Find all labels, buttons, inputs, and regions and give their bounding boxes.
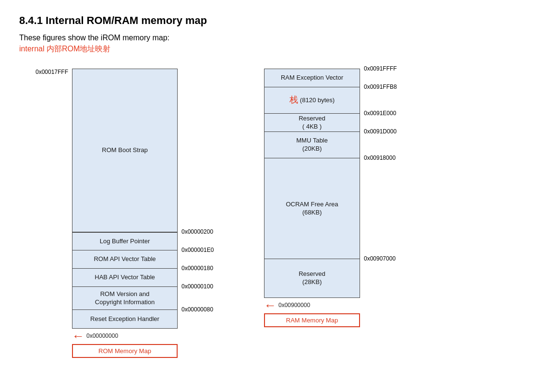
ram-addr-918000: 0x00918000: [364, 154, 396, 161]
rom-right-addr-col: 0x00000200 0x000001E0 0x00000180 0x00000…: [178, 69, 235, 328]
ram-block-exception-vector: RAM Exception Vector: [264, 69, 360, 87]
stack-cn-char: 栈: [289, 95, 298, 106]
rom-bottom-addr: 0x00000000: [86, 333, 118, 339]
rom-addr-180: 0x00000180: [181, 265, 213, 272]
ram-outer-box: RAM Exception Vector 栈 (8120 bytes) Rese…: [264, 69, 360, 298]
rom-addr-100: 0x00000100: [181, 283, 213, 290]
rom-map-label: ROM Memory Map: [72, 344, 178, 358]
rom-block-hab-api: HAB API Vector Table: [72, 269, 177, 287]
ram-arrow-icon: ←: [264, 299, 277, 311]
rom-block-column: ROM Boot Strap Log Buffer Pointer ROM AP…: [72, 69, 178, 358]
rom-block-api-vector: ROM API Vector Table: [72, 250, 177, 269]
rom-block-log-buffer: Log Buffer Pointer: [72, 232, 177, 250]
ram-addr-91ffff: 0x0091FFFF: [364, 65, 397, 72]
ram-bottom-row: ← 0x00900000: [264, 299, 360, 311]
ram-addr-91ffb8: 0x0091FFB8: [364, 83, 397, 90]
ram-block-mmu-table: MMU Table(20KB): [264, 132, 360, 158]
rom-block-version: ROM Version andCopyright Information: [72, 287, 177, 310]
ram-addr-91d000: 0x0091D000: [364, 128, 397, 135]
ram-block-stack: 栈 (8120 bytes): [264, 87, 360, 114]
subtitle: These figures show the iROM memory map:: [19, 34, 522, 42]
ram-block-column: RAM Exception Vector 栈 (8120 bytes) Rese…: [264, 69, 360, 327]
rom-arrow-icon: ←: [72, 330, 84, 342]
rom-outer-box: ROM Boot Strap Log Buffer Pointer ROM AP…: [72, 69, 178, 329]
rom-bottom-row: ← 0x00000000: [72, 330, 178, 342]
rom-addr-top: 0x00017FFF: [36, 69, 68, 75]
rom-addr-1e0: 0x000001E0: [181, 247, 214, 253]
rom-addr-200: 0x00000200: [181, 228, 213, 235]
ram-block-reserved-4kb: Reserved( 4KB ): [264, 114, 360, 132]
ram-block-ocram-free: OCRAM Free Area(68KB): [264, 158, 360, 259]
stack-label: (8120 bytes): [300, 96, 335, 105]
ram-bottom-addr: 0x00900000: [278, 302, 310, 309]
diagrams-container: 0x00017FFF ROM Boot Strap Log Buffer Poi…: [19, 69, 522, 358]
ram-map-label: RAM Memory Map: [264, 313, 360, 327]
rom-block-reset-handler: Reset Exception Handler: [72, 310, 177, 328]
ram-addr-907000: 0x00907000: [364, 255, 396, 262]
ram-block-reserved-28kb: Reserved(28KB): [264, 259, 360, 297]
ram-right-addr-col: 0x0091FFFF 0x0091FFB8 0x0091E000 0x0091D…: [360, 69, 418, 309]
rom-addr-080: 0x00000080: [181, 306, 213, 313]
subtitle-cn: internal 内部ROM地址映射: [19, 44, 522, 54]
ram-diagram: RAM Exception Vector 栈 (8120 bytes) Rese…: [264, 69, 418, 327]
rom-diagram: 0x00017FFF ROM Boot Strap Log Buffer Poi…: [19, 69, 235, 358]
rom-block-boot-strap: ROM Boot Strap: [72, 69, 177, 232]
ram-addr-91e000: 0x0091E000: [364, 110, 396, 117]
page-title: 8.4.1 Internal ROM/RAM memory map: [19, 14, 522, 27]
